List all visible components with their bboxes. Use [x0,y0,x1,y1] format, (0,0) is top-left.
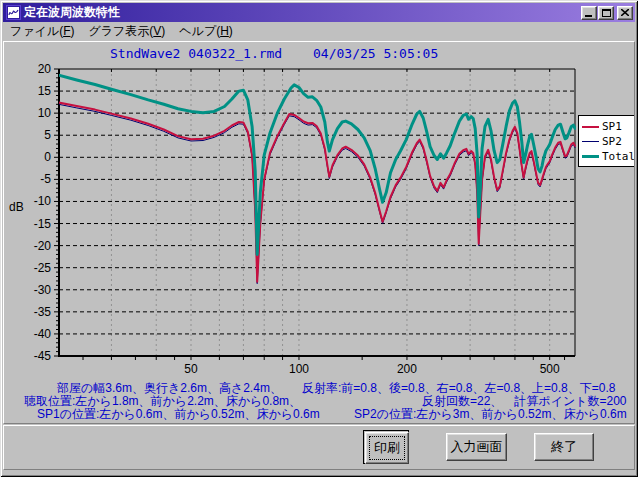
minimize-button[interactable] [581,6,597,20]
frequency-response-plot: 20151050-5-10-15-20-25-30-35-40-45501002… [4,42,635,424]
window-title: 定在波周波数特性 [24,4,580,21]
svg-text:0: 0 [44,150,51,164]
svg-text:20: 20 [38,62,52,76]
legend-item-sp1: SP1 [582,119,634,134]
svg-text:-45: -45 [34,349,52,363]
close-icon [621,9,629,16]
print-button-ring: 印刷 [363,430,409,464]
svg-text:500: 500 [540,362,560,376]
menu-graph-view[interactable]: グラフ表示(V) [81,21,172,42]
svg-text:100: 100 [289,362,309,376]
legend-line-sample [582,126,599,128]
legend-label: SP1 [602,120,622,133]
minimize-icon [585,15,592,17]
menu-bar: ファイル(F) グラフ表示(V) ヘルプ(H) [3,22,635,41]
legend-item-sp2: SP2 [582,134,634,149]
svg-text:-40: -40 [34,327,52,341]
focus-rect [369,436,405,460]
menu-help[interactable]: ヘルプ(H) [172,21,240,42]
legend-line-sample [582,155,599,158]
legend-line-sample [582,141,599,142]
svg-text:-20: -20 [34,239,52,253]
y-axis-unit-label: dB [9,200,24,214]
svg-text:-30: -30 [34,283,52,297]
legend-label: Total [602,150,635,163]
maximize-button[interactable] [598,6,614,20]
svg-text:-25: -25 [34,261,52,275]
title-bar: 定在波周波数特性 [3,3,635,22]
app-icon [6,5,21,20]
print-button[interactable]: 印刷 [365,432,409,464]
legend-item-total: Total [582,149,634,164]
param-sp1-pos: SP1の位置:左から0.6m、前から0.52m、床から0.6m [37,406,320,423]
svg-text:10: 10 [38,106,52,120]
svg-text:-5: -5 [40,172,51,186]
svg-text:15: 15 [38,84,52,98]
input-screen-button[interactable]: 入力画面 [446,433,507,461]
app-window: 定在波周波数特性 ファイル(F) グラフ表示(V) ヘルプ(H) StndWav… [0,0,638,477]
button-panel: 印刷 入力画面 終了 [3,425,635,470]
menu-file[interactable]: ファイル(F) [3,21,81,42]
close-button[interactable] [617,6,633,20]
svg-text:50: 50 [184,362,198,376]
svg-text:200: 200 [397,362,417,376]
svg-text:-35: -35 [34,305,52,319]
svg-text:5: 5 [44,128,51,142]
svg-text:-10: -10 [34,194,52,208]
exit-button[interactable]: 終了 [534,433,594,461]
param-sp2-pos: SP2の位置:左から3m、前から0.52m、床から0.6m [354,406,627,423]
legend: SP1SP2Total [578,115,635,167]
legend-label: SP2 [602,135,622,148]
chart-panel: StndWave2 040322_1.rmd 04/03/25 5:05:05 … [3,41,635,424]
maximize-icon [602,9,611,17]
svg-text:-15: -15 [34,217,52,231]
